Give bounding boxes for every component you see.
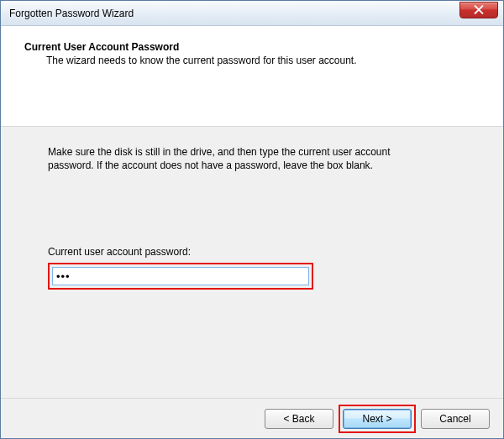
next-highlight-box: Next > xyxy=(339,405,416,433)
password-label: Current user account password: xyxy=(48,246,456,258)
instruction-text: Make sure the disk is still in the drive… xyxy=(48,145,409,172)
password-highlight-box xyxy=(48,263,313,290)
body-panel: Make sure the disk is still in the drive… xyxy=(1,127,503,398)
wizard-window: Forgotten Password Wizard Current User A… xyxy=(0,0,504,439)
next-button[interactable]: Next > xyxy=(343,409,412,429)
wizard-footer: < Back Next > Cancel xyxy=(1,398,503,438)
back-button[interactable]: < Back xyxy=(265,409,333,429)
page-subtitle: The wizard needs to know the current pas… xyxy=(46,55,486,66)
password-input[interactable] xyxy=(52,267,309,285)
close-icon xyxy=(474,5,484,14)
header-panel: Current User Account Password The wizard… xyxy=(1,26,503,127)
window-title: Forgotten Password Wizard xyxy=(9,8,459,19)
page-title: Current User Account Password xyxy=(24,41,486,53)
close-button[interactable] xyxy=(459,2,498,18)
titlebar[interactable]: Forgotten Password Wizard xyxy=(1,1,503,26)
cancel-button[interactable]: Cancel xyxy=(421,409,490,429)
content-area: Current User Account Password The wizard… xyxy=(1,26,503,438)
